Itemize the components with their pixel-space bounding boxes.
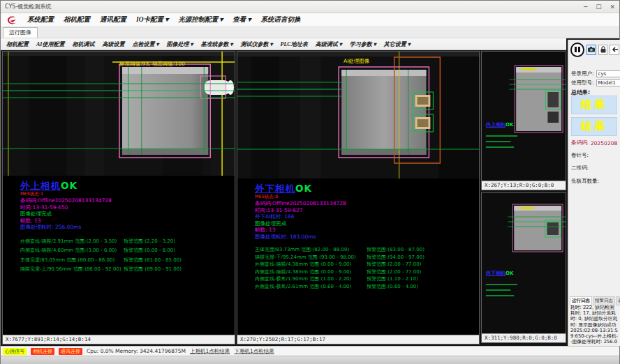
measurement-value: 主体宽度/83.73mm 范围:(82.00 - 88.00) [255,246,367,254]
result-ok-label: OK [505,271,513,276]
toolbar-camera-debug[interactable]: 相机调试 [72,40,94,48]
measurement-value: 隔膜宽度-上/90.56mm 范围:(88.00 - 92.00) [20,265,124,275]
tab-strip: 运行图像 [1,27,619,38]
barcode-line: 条码码:Offline20250208133134728 [255,200,479,207]
camera-image-inner-lower [482,193,566,334]
toolbar: 相机配置 AI使用配置 相机调试 高级设置 点检设置 ▾ 图像处理 ▾ 基准线参… [1,38,566,50]
measurement-value: 外侧直线-极耳/2.61mm 范围:(0.60 - 4.00) [255,283,367,291]
app-logo-icon [6,15,17,25]
warning-range: 预警范围:(2.00 - 77.00) [367,268,421,276]
barcode-line: 条码码:Offline20250208133134728 [20,197,235,204]
measurement-list: 主体宽度/83.73mm 范围:(82.00 - 88.00)预警范围:(83.… [255,246,479,290]
time-line: 时间:13-31-59-650 [20,204,235,211]
camera-panel-inner-lower: 内下相机OK X:311;Y:980;R:0;G:0;B:0 [481,192,566,343]
ai-time-line: 外下AI耗时: 166 [255,213,479,220]
menu-item-system-config[interactable]: 系统配置 [27,15,54,24]
warning-range: 预警范围:(2.00 - 77.00) [367,261,421,268]
toolbar-ai-config[interactable]: AI使用配置 [36,40,64,48]
warning-range: 预警范围:(81.00 - 85.00) [124,256,182,266]
measurement-row: 外侧直线-隔膜/4.38mm 范围:(0.00 - 9.00)预警范围:(2.0… [255,261,479,268]
measurement-value: 内侧直线-隔膜/4.60mm 范围:(3.00 - 6.00) [20,246,124,256]
menu-item-io-config[interactable]: IO卡配置 ▾ [136,15,168,24]
tab-run-image[interactable]: 运行图像 [3,27,38,38]
measurement-row: 主体宽度/83.05mm 范围:(80.00 - 86.00)预警范围:(81.… [20,256,235,266]
measurement-row: 内侧直线-极耳/1.90mm 范围:(1.00 - 2.20)预警范围:(1.1… [255,275,479,283]
measurement-value: 外侧直线-隔膜/2.91mm 范围:(2.00 - 3.50) [20,237,124,247]
back-arrow-icon [611,47,618,52]
toolbar-camera-config[interactable]: 相机配置 [6,40,29,48]
close-icon[interactable]: ✕ [610,1,615,13]
pixel-coords-readout: X:267;Y:13;R:0;G:0;B:0 [482,181,566,190]
warning-range: 预警范围:(0.60 - 4.00) [367,283,418,291]
menu-item-view[interactable]: 查看 ▾ [232,15,251,24]
result-ok-label: OK [295,183,312,194]
camera-connection-badge: 相机连接 [31,348,54,355]
result-ok-label: OK [505,122,513,128]
measurement-value: 主体宽度/83.05mm 范围:(80.00 - 86.00) [20,256,124,266]
measurement-row: 隔膜宽度-下/95.24mm 范围:(93.00 - 98.00)预警范围:(9… [255,254,479,261]
camera-name-label: 内下相机 [486,271,505,276]
process-done-line: 图像处理完成 [255,220,479,227]
login-user-label: 登录用户: [571,70,594,77]
qrcode-label: 二维码: [571,165,589,172]
toolbar-image-process[interactable]: 图像处理 ▾ [166,40,193,48]
menu-item-light-config[interactable]: 光源控制配置 ▾ [178,15,223,24]
toolbar-plc-address[interactable]: PLC地址表 [281,40,308,48]
toolbar-advanced-debug[interactable]: 高级调试 ▾ [316,40,342,48]
camera-view-outer-lower[interactable]: AI处理图像 [237,52,479,179]
result-display-1: 结果 [571,96,617,114]
toolbar-learning-params[interactable]: 学习参数 ▾ [350,40,376,48]
pause-button[interactable] [570,43,584,57]
threshold-label: 标准阈值:93, 动态阈值:100 [119,61,185,68]
sidebar-icon-row [570,41,619,58]
maximize-icon[interactable]: ☐ [596,1,601,13]
warning-range: 预警范围:(83.00 - 87.00) [367,246,425,254]
warning-range: 预警范围:(89.00 - 91.00) [124,265,182,275]
sidebar: 登录用户: cys 使用型号: Model1 总结果: 结果 结果 条码码: 2… [568,40,620,346]
lock-icon-button[interactable] [598,45,608,55]
model-field[interactable]: Model1 [596,79,620,86]
measurement-row: 内侧直线-隔膜/4.38mm 范围:(0.00 - 9.00)预警范围:(2.0… [255,268,479,276]
measurement-value: 外侧直线-隔膜/4.38mm 范围:(0.00 - 9.00) [255,261,367,268]
back-arrow-button[interactable] [610,45,619,55]
toolbar-other-settings[interactable]: 其它设置 ▾ [384,40,411,48]
toolbar-baseline-params[interactable]: 基准线参数 ▾ [200,40,232,48]
ai-image-label: AI处理图像 [344,58,369,65]
menu-item-comm-config[interactable]: 通讯配置 [100,15,126,24]
camera-view-inner-lower[interactable]: 内下相机OK [482,193,566,334]
login-user-field[interactable]: cys [596,70,620,77]
menu-item-language[interactable]: 系统语言切换 [261,15,301,24]
toolbar-advanced-settings[interactable]: 高级设置 [102,40,124,48]
pixel-coords-readout: X:7677;Y:891;R:14;G:14;B:14 [3,335,235,344]
main-area: 标准阈值:93, 动态阈值:100 外上相机OK MES状态:1 条码码:Off… [1,50,620,346]
warning-range: 预警范围:(2.20 - 3.20) [124,237,175,247]
camera-name-label: 外下相机 [255,183,295,194]
camera-icon [588,47,595,52]
menu-item-camera-config[interactable]: 相机配置 [64,15,90,24]
winder-number-label: 卷针号: [571,152,589,159]
cpu-memory-readout: Cpu: 0.0% Memory: 3424.41796875M [87,348,186,354]
frame-count-line: 帧数: 13 [255,227,479,234]
camera-name-label: 内上相机 [486,122,505,128]
camera-view-outer-upper[interactable]: 标准阈值:93, 动态阈值:100 [3,52,235,176]
toolbar-spot-check[interactable]: 点检设置 ▾ [132,40,158,48]
lower-camera-check-link[interactable]: 下相机1点检结果 [234,348,274,355]
pixel-coords-readout: X:311;Y:980;R:0;G:0;B:0 [482,333,566,342]
app-window: CYS-视觉检测系统 ─ ☐ ✕ 系统配置 相机配置 通讯配置 IO卡配置 ▾ … [0,0,620,364]
window-title: CYS-视觉检测系统 [5,3,51,10]
camera-name-label: 外上相机 [20,180,61,191]
camera-panel-outer-lower: AI处理图像 外下相机OK MES状态:0 条码码:Offline2025020… [237,51,480,344]
measurement-row: 内侧直线-隔膜/4.60mm 范围:(3.00 - 6.00)预警范围:(0.0… [20,246,235,256]
toolbar-tester-params[interactable]: 测试仪参数 ▾ [241,40,273,48]
camera-icon-button[interactable] [586,45,596,55]
result-display-2: 结果 [571,117,617,136]
upper-camera-check-link[interactable]: 上相机1点检结果 [190,348,230,355]
model-label: 使用型号: [571,79,594,86]
menu-bar: 系统配置 相机配置 通讯配置 IO卡配置 ▾ 光源控制配置 ▾ 查看 ▾ 系统语… [1,13,619,27]
camera-view-inner-upper[interactable]: 内上相机OK [482,52,566,181]
camera-panel-inner-upper: 内上相机OK X:267;Y:13;R:0;G:0;B:0 [481,51,566,190]
measurement-row: 主体宽度/83.73mm 范围:(82.00 - 88.00)预警范围:(83.… [255,246,479,254]
minimize-icon[interactable]: ─ [584,1,587,13]
measurement-value: 内侧直线-隔膜/4.38mm 范围:(0.00 - 9.00) [255,268,367,276]
negative-tab-count-label: 负极耳数量: [571,178,599,185]
